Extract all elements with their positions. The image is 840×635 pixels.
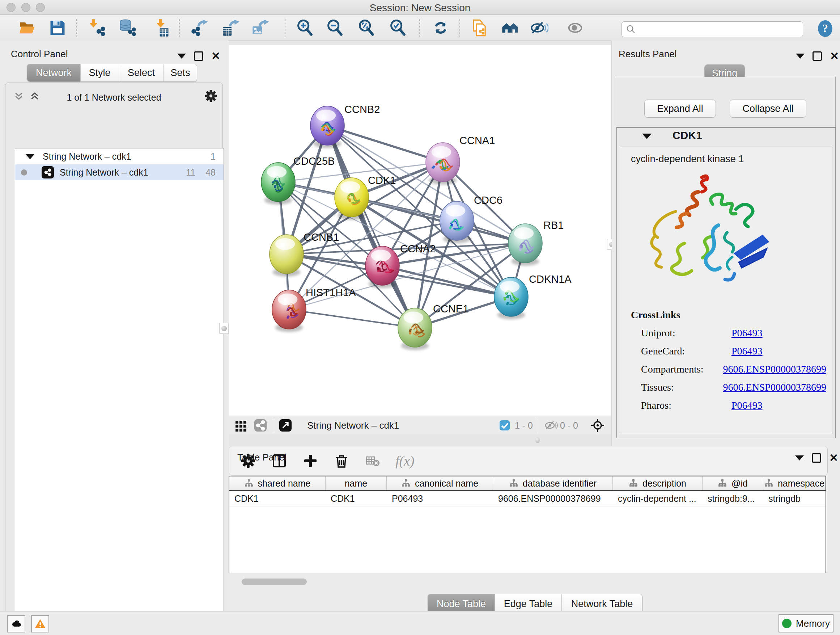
close-panel-icon[interactable]: ✕ (829, 453, 838, 463)
cloud-button[interactable] (7, 615, 25, 632)
node-label-CCNA1: CCNA1 (459, 135, 495, 146)
hide-selected-button[interactable] (530, 19, 548, 37)
column-header-name[interactable]: name (325, 477, 387, 490)
panel-menu-icon[interactable] (177, 54, 186, 59)
collection-disclosure-icon[interactable] (25, 154, 35, 159)
tab-network-table[interactable]: Network Table (562, 594, 642, 614)
network-node-CDC6[interactable]: CDC6 (440, 195, 502, 243)
zoom-out-button[interactable] (325, 19, 344, 37)
column-header-description[interactable]: description (613, 477, 703, 490)
show-all-button[interactable] (566, 19, 584, 37)
cell--id[interactable]: stringdb:9... (703, 491, 763, 506)
column-header-namespace[interactable]: namespace (763, 477, 826, 490)
gene-disclosure-icon[interactable] (642, 134, 652, 139)
warnings-button[interactable] (31, 615, 49, 632)
tab-edge-table[interactable]: Edge Table (495, 594, 562, 614)
table-horizontal-scrollbar[interactable] (242, 578, 307, 585)
table-row[interactable]: CDK1CDK1P064939606.ENSP00000378699cyclin… (229, 491, 826, 507)
cell-canonical-name[interactable]: P06493 (387, 491, 493, 506)
column-header--id[interactable]: @id (703, 477, 763, 490)
close-panel-icon[interactable]: ✕ (830, 51, 839, 62)
tab-select[interactable]: Select (119, 64, 164, 81)
crosslink-link[interactable]: P06493 (731, 400, 763, 411)
export-table-button[interactable] (221, 19, 240, 37)
crosslink-label: Compartments: (631, 363, 723, 375)
tab-network[interactable]: Network (27, 64, 81, 81)
panel-menu-icon[interactable] (796, 54, 805, 59)
network-collection-row[interactable]: String Network – cdk1 1 (15, 149, 224, 165)
control-panel-tabs: NetworkStyleSelectSets (27, 64, 197, 82)
results-panel-title: Results Panel (619, 49, 676, 60)
detach-view-icon[interactable] (278, 418, 293, 432)
toolbar-separator (459, 19, 460, 36)
network-collection-list: String Network – cdk1 1 String Network –… (15, 148, 224, 635)
column-header-shared-name[interactable]: shared name (229, 477, 325, 490)
column-header-database-identifier[interactable]: database identifier (493, 477, 613, 490)
network-node-CCNA1[interactable]: CCNA1 (426, 135, 495, 185)
network-options-gear-icon[interactable] (204, 89, 218, 103)
crosslink-link[interactable]: P06493 (731, 327, 763, 339)
search-input[interactable] (636, 22, 803, 36)
float-panel-icon[interactable] (813, 51, 822, 61)
column-header-canonical-name[interactable]: canonical name (387, 477, 493, 490)
tab-style[interactable]: Style (81, 64, 119, 81)
network-canvas[interactable]: CCNB2CCNA1CDC25BCDK1CDC6RB1CCNB1CCNA2CDK… (229, 45, 611, 416)
zoom-selected-button[interactable] (388, 19, 407, 37)
network-share-icon[interactable] (253, 418, 268, 432)
horizontal-splitter[interactable] (229, 434, 612, 446)
refresh-button[interactable] (431, 19, 450, 37)
memory-button[interactable]: Memory (778, 614, 834, 632)
export-network-button[interactable] (190, 19, 209, 37)
zoom-fit-button[interactable] (357, 19, 376, 37)
network-node-RB1[interactable]: RB1 (508, 219, 564, 266)
column-label: name (345, 478, 368, 489)
float-panel-icon[interactable] (194, 51, 203, 61)
crosslink-link[interactable]: 9606.ENSP00000378699 (723, 363, 826, 375)
help-button[interactable]: ? (816, 19, 834, 38)
table-panel: Table Panel ✕ f(x) shared namenamecanoni… (229, 446, 840, 611)
search-field[interactable] (622, 21, 803, 37)
add-column-icon[interactable] (302, 453, 319, 469)
node-label-CCNB1: CCNB1 (303, 231, 339, 243)
delete-column-trash-icon[interactable] (333, 453, 350, 469)
grid-view-icon[interactable] (234, 418, 248, 432)
collapse-all-button[interactable]: Collapse All (729, 100, 806, 118)
network-node-CDKN1A[interactable]: CDKN1A (494, 273, 572, 319)
crosslink-link[interactable]: P06493 (731, 345, 763, 357)
import-network-file-button[interactable] (88, 19, 107, 37)
cell-name[interactable]: CDK1 (325, 491, 387, 506)
shared-column-icon (509, 478, 518, 488)
panel-menu-icon[interactable] (795, 455, 804, 461)
save-session-button[interactable] (48, 19, 67, 37)
float-panel-icon[interactable] (812, 453, 821, 463)
close-panel-icon[interactable]: ✕ (211, 51, 220, 62)
open-session-button[interactable] (18, 19, 37, 37)
birds-eye-view-icon[interactable] (591, 418, 605, 432)
import-table-button[interactable] (152, 19, 171, 37)
splitter-handle-dot[interactable] (535, 437, 540, 443)
node-table: shared namenamecanonical namedatabase id… (229, 476, 826, 573)
left-splitter-handle[interactable] (219, 323, 229, 334)
zoom-in-button[interactable] (295, 19, 314, 37)
export-image-button[interactable] (251, 19, 270, 37)
selected-checkbox-icon[interactable] (497, 418, 512, 432)
network-node-CCNE1[interactable]: CCNE1 (398, 303, 469, 350)
column-label: description (643, 478, 686, 489)
cell-namespace[interactable]: stringdb (763, 491, 826, 506)
tab-sets[interactable]: Sets (164, 64, 197, 81)
cell-database-identifier[interactable]: 9606.ENSP00000378699 (493, 491, 613, 506)
crosslink-link[interactable]: 9606.ENSP00000378699 (723, 382, 826, 393)
cell-shared-name[interactable]: CDK1 (229, 491, 325, 506)
tab-node-table[interactable]: Node Table (428, 594, 495, 614)
column-label: @id (731, 478, 748, 489)
network-row[interactable]: String Network – cdk1 11 48 (15, 165, 224, 180)
expand-all-button[interactable]: Expand All (644, 100, 716, 118)
network-node-HIST1H1A[interactable]: HIST1H1A (272, 287, 356, 332)
shared-column-icon (764, 478, 774, 488)
cell-description[interactable]: cyclin-dependent ... (613, 491, 703, 506)
first-neighbors-button[interactable] (501, 19, 519, 37)
control-panel: Control Panel ✕ NetworkStyleSelectSets 1… (0, 41, 228, 611)
table-header-row: shared namenamecanonical namedatabase id… (229, 477, 826, 491)
import-network-database-button[interactable] (118, 19, 137, 37)
new-network-from-selection-button[interactable] (470, 19, 489, 37)
